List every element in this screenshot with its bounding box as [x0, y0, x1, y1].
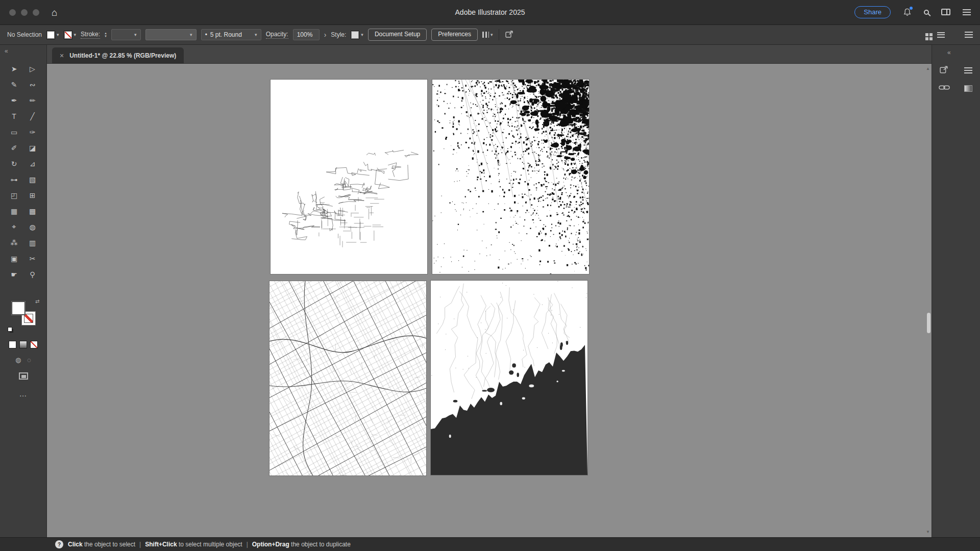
variable-width-profile-dropdown[interactable]: ▾: [145, 29, 197, 40]
links-panel-button[interactable]: [939, 84, 950, 92]
stroke-color-control[interactable]: ▾: [64, 31, 77, 39]
draw-mode-button[interactable]: ◍: [15, 356, 21, 364]
stroke-weight-dropdown[interactable]: ▾: [111, 29, 141, 40]
minimize-window-button[interactable]: [21, 9, 28, 16]
chevron-down-icon[interactable]: ▾: [74, 33, 77, 37]
lasso-tool[interactable]: ∾: [25, 77, 40, 92]
chevron-down-icon[interactable]: ▾: [361, 33, 363, 37]
artboard-4-shoreline-map[interactable]: [431, 281, 587, 475]
graphic-style-control[interactable]: ▾: [351, 31, 363, 39]
share-button[interactable]: Share: [854, 6, 891, 19]
shape-builder-tool[interactable]: ◰: [7, 188, 22, 203]
collapse-tools-button[interactable]: «: [5, 48, 8, 54]
artboard-tool[interactable]: ▣: [7, 251, 22, 266]
search-icon[interactable]: [924, 10, 929, 15]
artboard-3-street-grid-map[interactable]: [270, 281, 426, 475]
column-graph-tool[interactable]: ▥: [25, 235, 40, 250]
artboard-1-roads-map[interactable]: [271, 80, 427, 274]
export-arrow-icon: [505, 30, 514, 39]
scale-tool[interactable]: ⊿: [25, 156, 40, 171]
curvature-tool[interactable]: ✎: [7, 77, 22, 92]
type-tool[interactable]: T: [7, 109, 22, 123]
chevron-down-icon[interactable]: ▾: [57, 33, 59, 37]
stroke-weight-stepper[interactable]: ▴ ▾: [105, 32, 107, 38]
change-screen-mode-button[interactable]: [19, 372, 28, 380]
stroke-color-swatch[interactable]: [64, 31, 72, 39]
pen-tool[interactable]: ✒: [7, 93, 22, 108]
shaper-tool-icon: ✐: [11, 144, 17, 152]
opacity-field[interactable]: 100%: [293, 29, 320, 40]
rotate-tool[interactable]: ↻: [7, 156, 22, 171]
close-window-button[interactable]: [9, 9, 16, 16]
color-mode-button[interactable]: [9, 341, 16, 348]
preferences-button[interactable]: Preferences: [431, 29, 478, 40]
eraser-tool[interactable]: ◪: [25, 140, 40, 155]
paintbrush-tool[interactable]: ✑: [25, 124, 40, 139]
artboard-2-urban-footprint-map[interactable]: [432, 80, 589, 274]
perspective-grid-tool[interactable]: ⊞: [25, 188, 40, 203]
collapse-dock-button[interactable]: «: [947, 49, 980, 56]
export-panel-button[interactable]: [939, 65, 949, 76]
none-mode-button[interactable]: [30, 341, 38, 348]
fill-color-indicator[interactable]: [11, 301, 26, 315]
zoom-window-button[interactable]: [33, 9, 39, 16]
zoom-tool[interactable]: ⚲: [25, 267, 40, 282]
align-options-button[interactable]: ▾: [482, 32, 493, 38]
document-tab[interactable]: × Untitled-1* @ 22.85 % (RGB/Preview): [52, 47, 184, 63]
blend-tool[interactable]: ◍: [25, 219, 40, 234]
graphic-style-swatch[interactable]: [351, 31, 359, 39]
status-text-3: the object to duplicate: [289, 541, 351, 548]
eyedropper-tool[interactable]: ⌖: [7, 219, 22, 234]
chevron-down-icon: ▾: [255, 33, 257, 37]
fill-color-control[interactable]: ▾: [46, 31, 59, 39]
stepper-down-icon[interactable]: ▾: [105, 35, 107, 38]
symbol-sprayer-tool[interactable]: ⁂: [7, 235, 22, 250]
slice-tool[interactable]: ✂: [25, 251, 40, 266]
opacity-label[interactable]: Opacity:: [266, 31, 288, 39]
pencil-tool[interactable]: ✏: [25, 93, 40, 108]
gradient-panel-button[interactable]: [964, 85, 972, 92]
edit-toolbar-button[interactable]: …: [19, 389, 28, 398]
scroll-down-icon[interactable]: ▼: [926, 530, 930, 534]
document-actions-button[interactable]: [505, 30, 514, 40]
gradient-mode-button[interactable]: [19, 341, 27, 348]
fill-color-swatch[interactable]: [46, 31, 55, 39]
draw-inside-button[interactable]: ◌: [27, 356, 31, 364]
workspace-layout-icon[interactable]: [941, 9, 950, 15]
hand-tool[interactable]: ☛: [7, 267, 22, 282]
default-colors-icon[interactable]: [8, 327, 12, 332]
panel-hamburger-icon[interactable]: [965, 32, 973, 38]
notification-badge: [910, 7, 913, 10]
free-transform-tool[interactable]: ▧: [25, 172, 40, 187]
direct-selection-tool[interactable]: ▷: [25, 61, 40, 76]
mesh-tool[interactable]: ▦: [7, 204, 22, 218]
rectangle-tool[interactable]: ▭: [7, 124, 22, 139]
scroll-up-icon[interactable]: ▲: [926, 67, 930, 71]
brush-definition-dropdown[interactable]: • 5 pt. Round ▾: [201, 29, 261, 40]
shaper-tool[interactable]: ✐: [7, 140, 22, 155]
document-setup-button[interactable]: Document Setup: [368, 29, 427, 40]
status-bold-2: Shift+Click: [145, 541, 177, 548]
width-tool[interactable]: ⊶: [7, 172, 22, 187]
selection-status: No Selection: [7, 31, 42, 38]
workspace-grid-icon[interactable]: [925, 33, 928, 36]
selection-tool[interactable]: ➤: [7, 61, 22, 76]
color-mode-buttons: [9, 341, 38, 348]
notifications-bell-icon[interactable]: [903, 8, 912, 17]
close-tab-icon[interactable]: ×: [60, 52, 64, 60]
status-bold-1: Click: [68, 541, 83, 548]
curvature-tool-icon: ✎: [11, 81, 17, 89]
vertical-scrollbar-thumb[interactable]: [927, 313, 930, 333]
stroke-weight-label[interactable]: Stroke:: [81, 31, 100, 39]
help-icon[interactable]: ?: [55, 540, 63, 548]
eraser-tool-icon: ◪: [29, 144, 36, 152]
more-options-chevron[interactable]: ›: [324, 31, 327, 39]
arrange-documents-icon[interactable]: [937, 32, 945, 38]
line-segment-tool[interactable]: ╱: [25, 109, 40, 123]
canvas[interactable]: ▲ ▼: [47, 64, 932, 537]
app-menu-icon[interactable]: [963, 9, 971, 15]
panels-menu-button[interactable]: [964, 67, 972, 73]
swap-fill-stroke-icon[interactable]: ⇄: [35, 298, 39, 304]
home-icon[interactable]: ⌂: [52, 8, 57, 17]
gradient-tool[interactable]: ▩: [25, 204, 40, 218]
